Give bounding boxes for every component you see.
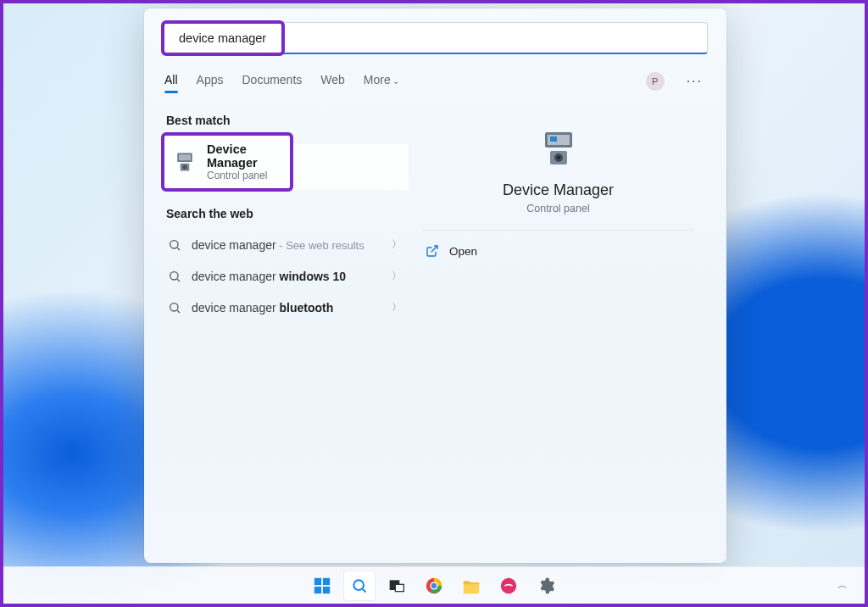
search-icon: [168, 301, 181, 315]
svg-line-11: [177, 310, 180, 313]
task-view-icon: [388, 577, 405, 594]
open-icon: [426, 244, 439, 258]
detail-title: Device Manager: [422, 181, 694, 199]
web-result-text: device manager windows 10: [192, 270, 381, 283]
web-result-text: device manager - See web results: [192, 238, 381, 252]
action-open-label: Open: [449, 245, 477, 258]
svg-line-24: [363, 588, 366, 592]
search-web-heading: Search the web: [163, 198, 409, 227]
taskbar-tray-chevron[interactable]: ︿: [837, 578, 848, 593]
web-result-item[interactable]: device manager - See web results 〉: [163, 229, 409, 260]
chevron-up-icon: ︿: [837, 579, 848, 591]
svg-point-30: [501, 577, 516, 593]
chevron-right-icon: 〉: [392, 269, 402, 283]
web-results-list: device manager - See web results 〉 devic…: [163, 227, 409, 323]
folder-icon: [462, 577, 481, 594]
svg-rect-20: [323, 577, 330, 584]
search-tabs: All Apps Documents Web More⌄ P ···: [144, 63, 726, 98]
web-result-item[interactable]: device manager bluetooth 〉: [163, 292, 409, 323]
best-match-title: Device Manager: [207, 142, 281, 170]
search-bar[interactable]: [163, 22, 283, 54]
svg-point-29: [431, 582, 437, 588]
tab-more[interactable]: More⌄: [364, 68, 399, 95]
best-match-heading: Best match: [163, 105, 409, 134]
chrome-icon: [425, 576, 443, 595]
best-match-subtitle: Control panel: [207, 170, 281, 181]
taskbar-start-button[interactable]: [306, 571, 338, 601]
svg-rect-26: [395, 584, 403, 591]
svg-rect-21: [314, 586, 321, 593]
taskbar-chrome-button[interactable]: [418, 571, 450, 601]
svg-rect-3: [179, 154, 191, 160]
svg-point-17: [557, 156, 560, 159]
search-content: Best match Device Manager Control panel: [144, 98, 726, 563]
web-result-text: device manager bluetooth: [192, 301, 381, 315]
svg-point-23: [353, 580, 364, 590]
search-icon: [168, 270, 181, 283]
tab-documents[interactable]: Documents: [242, 68, 302, 95]
svg-rect-19: [314, 577, 321, 584]
windows-logo-icon: [313, 576, 331, 595]
search-icon: [168, 238, 181, 252]
more-options-button[interactable]: ···: [683, 74, 706, 89]
detail-pane: Device Manager Control panel Open: [409, 105, 708, 544]
gear-icon: [537, 576, 555, 595]
taskbar-search-button[interactable]: [343, 571, 376, 601]
svg-point-10: [170, 303, 178, 310]
svg-rect-22: [323, 586, 330, 593]
detail-subtitle: Control panel: [422, 203, 694, 214]
svg-point-8: [170, 271, 178, 279]
chevron-right-icon: 〉: [392, 237, 402, 252]
search-bar-container: [144, 8, 726, 63]
app-icon: [499, 576, 518, 595]
taskbar-settings-button[interactable]: [530, 571, 562, 601]
device-manager-icon: [173, 150, 197, 174]
svg-rect-14: [550, 136, 557, 142]
results-column: Best match Device Manager Control panel: [144, 98, 409, 563]
device-manager-icon: [538, 129, 579, 170]
web-result-item[interactable]: device manager windows 10 〉: [163, 260, 409, 292]
action-open[interactable]: Open: [422, 231, 694, 271]
detail-header: Device Manager Control panel: [422, 129, 694, 231]
svg-point-5: [182, 165, 186, 170]
chevron-down-icon: ⌄: [392, 76, 399, 86]
user-avatar[interactable]: P: [646, 72, 665, 91]
svg-line-9: [177, 279, 180, 281]
taskbar: ︿: [3, 566, 865, 604]
search-input[interactable]: [179, 31, 339, 45]
taskbar-app-button[interactable]: [492, 571, 525, 601]
tab-web[interactable]: Web: [320, 68, 345, 95]
svg-point-6: [170, 240, 178, 248]
best-match-item[interactable]: Device Manager Control panel: [163, 134, 292, 190]
taskbar-taskview-button[interactable]: [381, 571, 413, 601]
tab-all[interactable]: All: [164, 68, 178, 95]
taskbar-explorer-button[interactable]: [455, 571, 487, 601]
search-flyout: All Apps Documents Web More⌄ P ··· Best …: [144, 8, 726, 563]
svg-line-7: [177, 248, 180, 250]
svg-line-18: [431, 246, 437, 252]
tab-apps[interactable]: Apps: [197, 68, 224, 95]
search-icon: [351, 577, 368, 594]
chevron-right-icon: 〉: [392, 300, 402, 315]
